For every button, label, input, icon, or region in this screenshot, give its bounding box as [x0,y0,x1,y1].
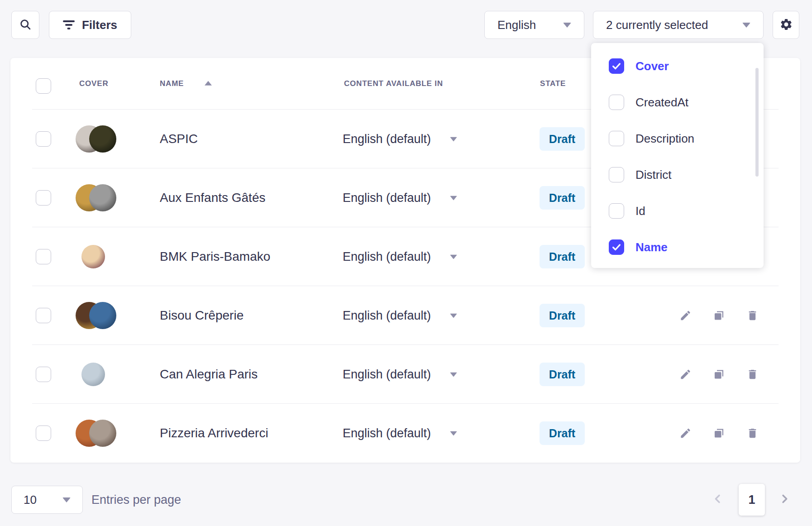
table-row: Pizzeria Arrivederci English (default) D… [10,404,800,463]
column-header-name[interactable]: NAME [160,79,184,88]
chevron-down-icon [450,313,457,318]
entries-per-page-label: Entries per page [91,493,181,507]
column-header-cover: COVER [79,79,108,88]
column-toggle-district[interactable]: District [609,167,764,182]
table-row: Can Alegria Paris English (default) Draf… [10,345,800,404]
chevron-down-icon [450,372,457,377]
delete-button[interactable] [746,368,759,381]
chevron-down-icon [742,23,750,28]
checkbox[interactable] [609,131,624,146]
locale-dropdown[interactable]: English (default) [343,309,457,323]
page-1-button[interactable]: 1 [739,484,765,516]
columns-dropdown-panel: Cover CreatedAt Description District Id … [591,43,764,268]
next-page-button[interactable] [778,493,791,507]
status-badge: Draft [540,421,585,445]
filters-label: Filters [82,18,117,32]
duplicate-button[interactable] [713,427,725,440]
search-button[interactable] [11,11,39,39]
page-size-value: 10 [24,493,37,507]
column-toggle-name[interactable]: Name [609,239,764,255]
row-checkbox[interactable] [36,367,51,382]
edit-button[interactable] [679,310,692,322]
cover-thumbnails [76,184,119,212]
row-checkbox[interactable] [36,426,51,441]
cover-thumbnails [76,360,119,388]
page-size-select[interactable]: 10 [11,486,83,514]
checkbox[interactable] [609,58,624,74]
locale-dropdown[interactable]: English (default) [343,191,457,205]
checkbox[interactable] [609,203,624,219]
gear-icon [779,18,793,33]
entry-name: Can Alegria Paris [160,367,258,382]
select-all-checkbox[interactable] [36,78,51,94]
row-checkbox[interactable] [36,190,51,206]
status-badge: Draft [540,363,585,386]
sort-ascending-icon[interactable] [205,81,212,86]
cover-thumbnails [76,419,119,447]
settings-button[interactable] [773,11,799,39]
locale-dropdown[interactable]: English (default) [343,368,457,382]
duplicate-button[interactable] [713,310,725,322]
columns-select-value: 2 currently selected [606,18,708,32]
column-toggle-description[interactable]: Description [609,131,764,146]
delete-button[interactable] [746,427,759,440]
row-checkbox[interactable] [36,249,51,264]
column-toggle-cover[interactable]: Cover [609,58,764,74]
locale-dropdown[interactable]: English (default) [343,132,457,146]
entry-name: Pizzeria Arrivederci [160,426,268,440]
chevron-left-icon [712,500,724,507]
duplicate-button[interactable] [713,368,725,381]
status-badge: Draft [540,304,585,327]
entry-name: ASPIC [160,132,198,146]
dropdown-scrollbar[interactable] [755,68,759,177]
locale-select-value: English [497,18,536,32]
column-header-state: STATE [540,79,566,88]
checkbox[interactable] [609,239,624,255]
row-checkbox[interactable] [36,131,51,147]
chevron-down-icon [450,137,457,141]
table-row: Bisou Crêperie English (default) Draft [10,286,800,345]
delete-button[interactable] [746,310,759,322]
column-header-content-available-in: CONTENT AVAILABLE IN [344,79,443,88]
checkbox[interactable] [609,95,624,110]
column-toggle-id[interactable]: Id [609,203,764,219]
status-badge: Draft [540,245,585,268]
checkbox[interactable] [609,167,624,182]
locale-dropdown[interactable]: English (default) [343,250,457,264]
status-badge: Draft [540,186,585,210]
column-toggle-createdat[interactable]: CreatedAt [609,95,764,110]
entry-name: Bisou Crêperie [160,308,244,323]
entry-name: BMK Paris-Bamako [160,249,270,264]
filters-button[interactable]: Filters [49,11,131,39]
entry-name: Aux Enfants Gâtés [160,191,265,205]
cover-thumbnails [76,301,119,330]
chevron-down-icon [450,254,457,259]
chevron-right-icon [778,500,791,507]
row-checkbox[interactable] [36,308,51,323]
edit-button[interactable] [679,427,692,440]
chevron-down-icon [563,23,571,28]
status-badge: Draft [540,127,585,151]
edit-button[interactable] [679,368,692,381]
search-icon [19,18,32,32]
locale-dropdown[interactable]: English (default) [343,426,457,440]
columns-select[interactable]: 2 currently selected [593,11,764,39]
filter-icon [63,20,75,29]
chevron-down-icon [62,497,71,502]
previous-page-button[interactable] [712,493,724,507]
cover-thumbnails [76,125,119,153]
locale-select[interactable]: English [484,11,584,39]
chevron-down-icon [450,196,457,200]
cover-thumbnails [76,243,119,271]
chevron-down-icon [450,431,457,435]
